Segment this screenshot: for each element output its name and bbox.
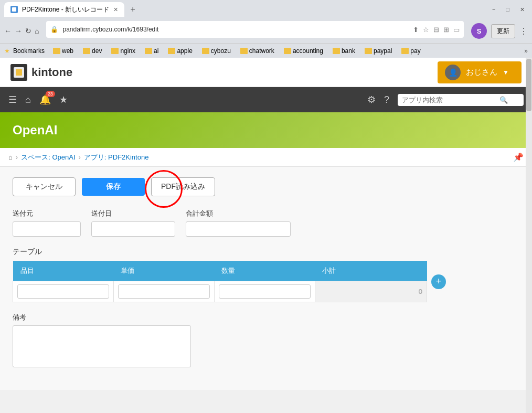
breadcrumb-space[interactable]: スペース: OpenAI — [21, 153, 75, 162]
col-header-item: 品目 — [13, 261, 114, 281]
breadcrumb-sep1: › — [16, 153, 18, 161]
subtotal-cell: 0 — [315, 281, 427, 302]
maximize-btn[interactable]: □ — [503, 5, 513, 14]
browser-tab[interactable]: PDF2Kintone - 新しいレコード ✕ — [4, 2, 124, 17]
date-label: 送付日 — [91, 209, 175, 218]
bookmark-label: ai — [154, 47, 158, 55]
title-bar: PDF2Kintone - 新しいレコード ✕ + − □ ✕ — [0, 0, 532, 19]
gear-icon[interactable]: ⚙ — [367, 94, 376, 105]
folder-icon — [240, 48, 248, 54]
hamburger-icon[interactable]: ☰ — [8, 94, 17, 105]
chevron-down-icon: ▼ — [503, 69, 509, 76]
reader-icon[interactable]: ⊟ — [433, 26, 439, 34]
table-body: 0 — [13, 281, 427, 302]
new-tab-btn[interactable]: + — [126, 3, 139, 16]
address-bar-icons: ⬆ ☆ ⊟ ⊞ ▭ — [413, 26, 460, 34]
reload-btn[interactable]: ↻ — [25, 27, 31, 35]
folder-icon — [284, 48, 291, 54]
search-icon[interactable]: 🔍 — [499, 96, 508, 104]
forward-btn[interactable]: → — [15, 27, 22, 35]
bookmark-label: apple — [177, 47, 192, 55]
app-title-bar: OpenAI — [0, 112, 532, 148]
date-input[interactable] — [91, 221, 175, 237]
qty-input[interactable] — [219, 284, 311, 299]
notes-label: 備考 — [13, 313, 519, 322]
folder-icon — [83, 48, 90, 54]
tab-close-btn[interactable]: ✕ — [113, 6, 118, 13]
breadcrumb-sep2: › — [79, 153, 81, 161]
kintone-logo: kintone — [10, 64, 72, 81]
bookmark-nginx[interactable]: nginx — [108, 46, 139, 56]
bookmark-paypal[interactable]: paypal — [361, 46, 395, 56]
tab-title: PDF2Kintone - 新しいレコード — [22, 5, 109, 14]
notes-section: 備考 — [13, 313, 519, 369]
table-row: 0 — [13, 281, 427, 302]
search-box[interactable]: 🔍 — [398, 94, 524, 106]
star-icon[interactable]: ☆ — [423, 26, 429, 34]
star-nav-icon[interactable]: ★ — [59, 94, 68, 105]
bookmark-cybozu[interactable]: cybozu — [199, 46, 234, 56]
pdf-button-wrapper: PDF読み込み — [151, 177, 215, 196]
bookmark-label: paypal — [374, 47, 392, 55]
folder-icon — [145, 48, 152, 54]
total-input[interactable] — [186, 221, 291, 237]
action-bar: キャンセル 保存 PDF読み込み — [13, 177, 519, 196]
col-header-price: 単価 — [113, 261, 214, 281]
close-btn[interactable]: ✕ — [517, 5, 528, 14]
table-section: テーブル 品目 単価 数量 小計 — [13, 247, 519, 302]
bookmark-web[interactable]: web — [50, 46, 77, 56]
table-label: テーブル — [13, 247, 519, 257]
save-button[interactable]: 保存 — [82, 178, 145, 196]
user-menu[interactable]: 👤 おじさん ▼ — [438, 61, 522, 83]
help-icon[interactable]: ? — [384, 94, 389, 105]
bookmarks-more-btn[interactable]: » — [524, 47, 528, 55]
breadcrumb: ⌂ › スペース: OpenAI › アプリ: PDF2Kintone 📌 — [0, 148, 532, 167]
svg-rect-2 — [16, 69, 22, 76]
share-icon[interactable]: ⬆ — [413, 26, 419, 34]
cancel-button[interactable]: キャンセル — [13, 177, 76, 196]
notification-badge: 23 — [46, 91, 55, 97]
add-row-button[interactable]: + — [431, 274, 446, 289]
bookmark-accounting[interactable]: accounting — [281, 46, 326, 56]
total-label: 合計金額 — [186, 209, 291, 218]
item-input[interactable] — [17, 284, 109, 299]
bookmark-dev[interactable]: dev — [80, 46, 105, 56]
user-profile-btn[interactable]: S — [471, 23, 487, 39]
breadcrumb-app[interactable]: アプリ: PDF2Kintone — [84, 153, 149, 162]
update-button[interactable]: 更新 — [491, 24, 515, 38]
home-breadcrumb-icon[interactable]: ⌂ — [8, 153, 13, 161]
bookmark-apple[interactable]: apple — [165, 46, 195, 56]
bookmark-ai[interactable]: ai — [142, 46, 162, 56]
qty-cell — [214, 281, 315, 302]
back-btn[interactable]: ← — [4, 27, 12, 35]
bookmark-star-icon: ★ — [4, 47, 10, 55]
bookmark-bank[interactable]: bank — [329, 46, 358, 56]
title-bar-controls: − □ ✕ — [489, 5, 528, 14]
item-cell — [13, 281, 114, 302]
date-field-group: 送付日 — [91, 209, 175, 237]
minimize-btn[interactable]: − — [489, 5, 498, 14]
search-input[interactable] — [402, 96, 496, 104]
price-input[interactable] — [118, 284, 210, 299]
lock-icon: 🔒 — [50, 26, 58, 33]
address-bar[interactable]: 🔒 pandafirm.cybozu.com/k/1693/edit ⬆ ☆ ⊟… — [46, 21, 464, 38]
notes-textarea[interactable] — [13, 325, 191, 367]
bell-icon[interactable]: 🔔 23 — [39, 94, 51, 105]
tab-favicon — [10, 6, 18, 13]
scrollbar-thumb[interactable] — [526, 59, 531, 111]
pin-icon[interactable]: 📌 — [513, 152, 524, 162]
col-header-subtotal: 小計 — [315, 261, 427, 281]
bookmark-pay[interactable]: pay — [398, 46, 423, 56]
pdf-button[interactable]: PDF読み込み — [151, 177, 215, 196]
bookmarks-bar: ★ Bookmarks web dev nginx ai apple cyboz… — [0, 43, 532, 58]
sidebar-icon[interactable]: ▭ — [453, 26, 460, 34]
bookmark-chatwork[interactable]: chatwork — [237, 46, 278, 56]
folder-icon — [168, 48, 175, 54]
browser-menu-btn[interactable]: ⋮ — [519, 26, 528, 36]
home-btn[interactable]: ⌂ — [35, 27, 39, 35]
extension-icon[interactable]: ⊞ — [443, 26, 449, 34]
scrollbar-track[interactable] — [526, 58, 532, 413]
home-nav-icon[interactable]: ⌂ — [25, 94, 31, 105]
bookmark-label: dev — [92, 47, 102, 55]
sender-input[interactable] — [13, 221, 81, 237]
